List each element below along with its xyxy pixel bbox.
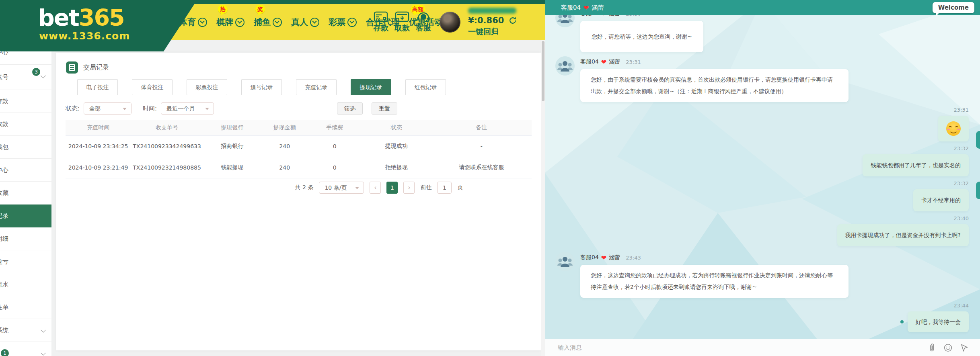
nav-item-live[interactable]: 真人: [291, 16, 319, 28]
sidebar-item-profit[interactable]: 盈亏: [0, 250, 51, 273]
one-key-return[interactable]: 一键回归: [468, 27, 517, 37]
agent-message: 客服04❤涵蕾23:30 您好，请您稍等，这边为您查询，谢谢~: [555, 10, 703, 52]
sidebar-item-wallet[interactable]: 钱包: [0, 136, 51, 159]
message-time: 23:32: [913, 180, 969, 186]
current-page[interactable]: 1: [386, 182, 398, 194]
smile-emoji: [946, 121, 961, 136]
col-recharge-time: 充值时间: [66, 120, 131, 136]
sidebar-item-turnover[interactable]: 流水: [0, 273, 51, 296]
sidebar-item-account[interactable]: 账号3: [0, 65, 51, 90]
nav-item-chess[interactable]: 热棋牌: [216, 16, 244, 28]
caret-down-icon: [123, 108, 127, 112]
cell-bank: 钱能提现: [203, 157, 261, 178]
sidebar-item-records[interactable]: 记录: [0, 205, 51, 227]
scrollbar-thumb[interactable]: [542, 41, 544, 101]
promo-badge: 热: [218, 5, 228, 14]
time-select[interactable]: 最近一个月: [161, 102, 214, 115]
username-redacted: [468, 8, 516, 14]
message-time: 23:31: [626, 59, 641, 65]
user-avatar[interactable]: [440, 12, 460, 33]
chevron-down-icon: [41, 73, 46, 78]
agent-avatar: [555, 252, 575, 271]
sidebar-item-withdraw[interactable]: 取款: [0, 113, 51, 136]
chevron-down-icon: [198, 18, 207, 27]
chat-message-input[interactable]: [557, 344, 920, 352]
sidebar: 中心 账号3 存款 取款 钱包 中心 收藏 记录 明细 盈亏 流水 注单 系统 …: [0, 40, 51, 356]
agent-alias: 涵蕾: [592, 4, 604, 12]
attachment-icon[interactable]: [928, 343, 936, 352]
total-count: 共 2 条: [295, 184, 314, 191]
table-row: 2024-10-09 23:34:25 TX24100923342499633 …: [66, 136, 532, 157]
page-scrollbar[interactable]: [541, 40, 545, 356]
nav-item-fishing[interactable]: 奖捕鱼: [254, 16, 282, 28]
refresh-icon[interactable]: [509, 16, 517, 25]
headset-icon: [417, 11, 430, 22]
cell-time: 2024-10-09 23:34:25: [66, 136, 131, 157]
message-time: 23:43: [626, 255, 641, 261]
message-bubble: 您好，由于系统需要审核会员的真实信息，首次出款必须使用银行卡，请您更换使用银行卡…: [580, 69, 849, 102]
promo-badge: 奖: [255, 5, 265, 14]
sidebar-item-bets[interactable]: 注单: [0, 296, 51, 319]
caret-down-icon: [205, 108, 209, 112]
nav-item-lottery[interactable]: 彩票: [329, 16, 357, 28]
message-bubble: 卡才不经常用的: [913, 189, 969, 211]
welcome-button[interactable]: Welcome: [933, 2, 974, 13]
top-header: bet365 www.1336.com 首页 奖电子 热体育 热棋牌 奖捕鱼 真…: [0, 0, 545, 40]
tab-chase-records[interactable]: 追号记录: [241, 79, 282, 95]
sidebar-item-favorites[interactable]: 收藏: [0, 182, 51, 205]
withdraw-button[interactable]: 取款: [394, 11, 410, 33]
cell-amount: 240: [261, 136, 308, 157]
page-title: 交易记录: [83, 63, 109, 72]
side-floating-tab[interactable]: [976, 131, 980, 149]
chevron-down-icon: [41, 350, 46, 356]
sidebar-item-system[interactable]: 系统: [0, 319, 51, 342]
reset-button[interactable]: 重置: [372, 102, 397, 115]
tab-deposit-records[interactable]: 充值记录: [296, 79, 337, 95]
prev-page-button[interactable]: ‹: [370, 182, 381, 194]
customer-service-button[interactable]: 客服: [416, 11, 431, 33]
logo[interactable]: bet365 www.1336.com: [0, 0, 197, 51]
time-filter-label: 时间:: [143, 105, 157, 113]
heart-icon: ❤: [601, 254, 606, 262]
document-icon: [66, 61, 78, 74]
tab-lottery-bets[interactable]: 彩票投注: [187, 79, 227, 95]
deposit-button[interactable]: 存款: [373, 11, 388, 33]
caret-down-icon: [355, 187, 359, 191]
status-badge: 提现成功: [362, 136, 431, 157]
message-time: 23:40: [837, 215, 969, 221]
side-floating-tab[interactable]: [976, 182, 980, 199]
chat-input-bar: [545, 339, 980, 356]
cell-time: 2024-10-09 23:21:49: [66, 157, 131, 178]
emoji-icon[interactable]: [944, 344, 952, 352]
goto-page-input[interactable]: [437, 182, 452, 194]
tab-sports-bets[interactable]: 体育投注: [132, 79, 173, 95]
tab-slots-bets[interactable]: 电子投注: [77, 79, 118, 95]
sidebar-item-details[interactable]: 明细: [0, 227, 51, 250]
user-message: 23:32 钱能钱包都用了几年了，也是实名的: [863, 145, 969, 176]
sidebar-item-center2[interactable]: 中心: [0, 159, 51, 182]
chat-panel: 客服04 ❤ 涵蕾 Welcome 客服04❤涵蕾23:30 您好，请您稍等，这…: [545, 0, 980, 356]
cell-fee: 0: [308, 136, 362, 157]
chat-header: 客服04 ❤ 涵蕾 Welcome: [545, 0, 980, 15]
filter-button[interactable]: 筛选: [337, 102, 363, 115]
table-row: 2024-10-09 23:21:49 TX24100923214980885 …: [66, 157, 532, 178]
chevron-down-icon: [347, 18, 357, 27]
status-select[interactable]: 全部: [84, 102, 131, 115]
col-withdraw-amount: 提现金额: [261, 120, 308, 136]
tab-redpacket-records[interactable]: 红包记录: [405, 79, 446, 95]
sidebar-item-deposit[interactable]: 存款: [0, 90, 51, 113]
next-page-button[interactable]: ›: [403, 182, 415, 194]
tab-withdraw-records[interactable]: 提现记录: [351, 79, 391, 95]
page-size-select[interactable]: 10 条/页: [319, 182, 364, 194]
user-message: 23:44 好吧，我等待一会: [908, 303, 969, 332]
status-badge: 拒绝提现: [362, 157, 431, 178]
message-bubble: 您好，这边查询您的款项已经办理成功，若为跨行转账需视银行作业决定到账时间，还请您…: [580, 265, 849, 298]
table-header-row: 充值时间 收支单号 提现银行 提现金额 手续费 状态 备注: [66, 120, 532, 136]
sidebar-item-messages[interactable]: 1: [0, 342, 51, 356]
account-info: ¥:0.860 一键回归: [468, 8, 517, 37]
message-bubble: 我用卡提现成功了，但是资金并没有到卡上啊?: [837, 224, 969, 246]
send-icon[interactable]: [960, 344, 969, 352]
message-bubble: 钱能钱包都用了几年了，也是实名的: [863, 154, 969, 176]
agent-message: 客服04❤涵蕾23:31 您好，由于系统需要审核会员的真实信息，首次出款必须使用…: [555, 58, 849, 102]
records-card: 交易记录 电子投注 体育投注 彩票投注 追号记录 充值记录 提现记录 红包记录 …: [56, 53, 541, 350]
